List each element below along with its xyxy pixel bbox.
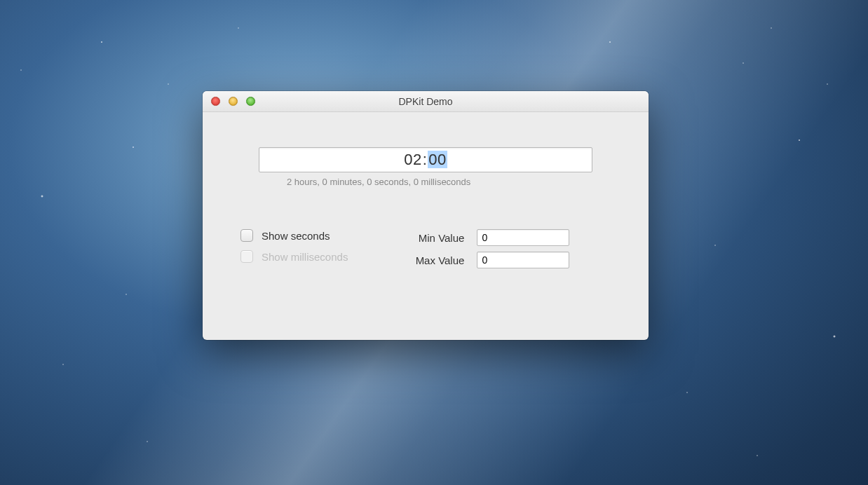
min-value-input[interactable] <box>477 229 569 246</box>
checkbox-column: Show seconds Show milliseconds <box>240 229 348 268</box>
checkbox-icon <box>240 250 253 263</box>
max-value-input[interactable] <box>477 252 569 268</box>
app-window: DPKit Demo 02:00 2 hours, 0 minutes, 0 s… <box>203 91 649 340</box>
window-content: 02:00 2 hours, 0 minutes, 0 seconds, 0 m… <box>203 112 649 296</box>
time-input[interactable]: 02:00 <box>259 147 592 172</box>
titlebar[interactable]: DPKit Demo <box>203 91 649 112</box>
window-title: DPKit Demo <box>398 96 452 107</box>
value-column: Min Value Max Value <box>411 229 569 268</box>
time-minutes-segment[interactable]: 00 <box>428 151 447 168</box>
close-icon[interactable] <box>211 97 220 106</box>
time-readout-label: 2 hours, 0 minutes, 0 seconds, 0 millise… <box>287 177 621 187</box>
minimize-icon[interactable] <box>229 97 238 106</box>
zoom-icon[interactable] <box>246 97 255 106</box>
show-seconds-label: Show seconds <box>262 230 330 242</box>
show-seconds-checkbox[interactable]: Show seconds <box>240 229 348 242</box>
max-value-label: Max Value <box>411 254 464 266</box>
time-hours-segment[interactable]: 02 <box>404 151 421 168</box>
min-value-row: Min Value <box>411 229 569 246</box>
traffic-lights <box>211 97 255 106</box>
show-milliseconds-label: Show milliseconds <box>262 251 348 263</box>
checkbox-icon <box>240 229 253 242</box>
max-value-row: Max Value <box>411 252 569 268</box>
show-milliseconds-checkbox: Show milliseconds <box>240 250 348 263</box>
controls-row: Show seconds Show milliseconds Min Value… <box>231 229 621 268</box>
min-value-label: Min Value <box>411 232 464 244</box>
